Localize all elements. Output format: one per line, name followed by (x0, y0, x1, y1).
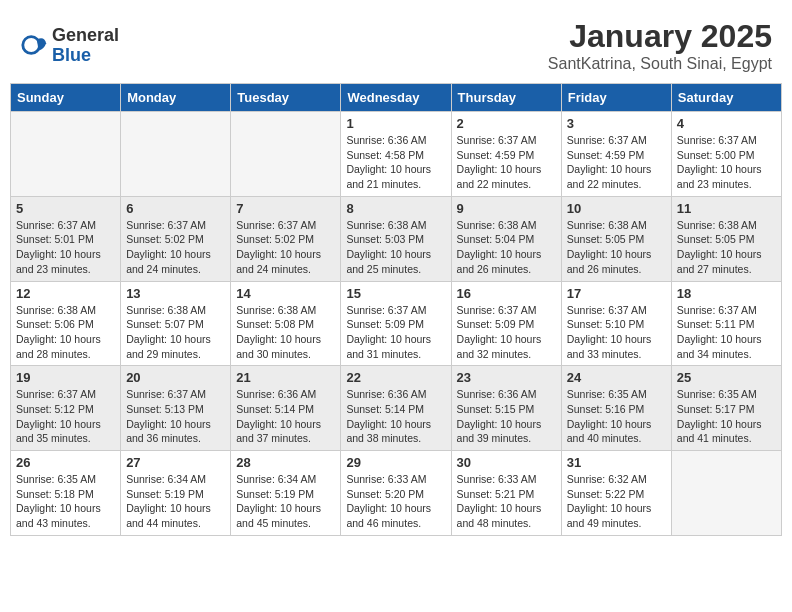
location-title: SantKatrina, South Sinai, Egypt (548, 55, 772, 73)
day-info: Sunrise: 6:33 AMSunset: 5:20 PMDaylight:… (346, 472, 445, 531)
day-info: Sunrise: 6:38 AMSunset: 5:04 PMDaylight:… (457, 218, 556, 277)
calendar-cell: 17Sunrise: 6:37 AMSunset: 5:10 PMDayligh… (561, 281, 671, 366)
day-number: 18 (677, 286, 776, 301)
calendar-cell: 12Sunrise: 6:38 AMSunset: 5:06 PMDayligh… (11, 281, 121, 366)
calendar-cell (231, 112, 341, 197)
day-info: Sunrise: 6:37 AMSunset: 5:13 PMDaylight:… (126, 387, 225, 446)
calendar-cell: 1Sunrise: 6:36 AMSunset: 4:58 PMDaylight… (341, 112, 451, 197)
day-info: Sunrise: 6:37 AMSunset: 5:02 PMDaylight:… (126, 218, 225, 277)
day-info: Sunrise: 6:37 AMSunset: 5:11 PMDaylight:… (677, 303, 776, 362)
day-number: 1 (346, 116, 445, 131)
day-info: Sunrise: 6:37 AMSunset: 5:09 PMDaylight:… (346, 303, 445, 362)
weekday-header-tuesday: Tuesday (231, 84, 341, 112)
day-number: 30 (457, 455, 556, 470)
logo-general-text: General (52, 26, 119, 46)
day-number: 22 (346, 370, 445, 385)
day-info: Sunrise: 6:37 AMSunset: 5:00 PMDaylight:… (677, 133, 776, 192)
day-info: Sunrise: 6:34 AMSunset: 5:19 PMDaylight:… (126, 472, 225, 531)
weekday-header-monday: Monday (121, 84, 231, 112)
calendar-cell: 29Sunrise: 6:33 AMSunset: 5:20 PMDayligh… (341, 451, 451, 536)
calendar-week-row: 12Sunrise: 6:38 AMSunset: 5:06 PMDayligh… (11, 281, 782, 366)
calendar-cell: 6Sunrise: 6:37 AMSunset: 5:02 PMDaylight… (121, 196, 231, 281)
header: General Blue January 2025 SantKatrina, S… (10, 10, 782, 77)
calendar-cell: 2Sunrise: 6:37 AMSunset: 4:59 PMDaylight… (451, 112, 561, 197)
logo: General Blue (20, 26, 119, 66)
day-number: 16 (457, 286, 556, 301)
day-number: 29 (346, 455, 445, 470)
calendar-cell: 23Sunrise: 6:36 AMSunset: 5:15 PMDayligh… (451, 366, 561, 451)
day-number: 12 (16, 286, 115, 301)
day-info: Sunrise: 6:36 AMSunset: 5:15 PMDaylight:… (457, 387, 556, 446)
day-number: 9 (457, 201, 556, 216)
logo-icon (20, 32, 48, 60)
day-number: 23 (457, 370, 556, 385)
day-number: 28 (236, 455, 335, 470)
calendar-cell: 21Sunrise: 6:36 AMSunset: 5:14 PMDayligh… (231, 366, 341, 451)
day-number: 7 (236, 201, 335, 216)
calendar-cell: 19Sunrise: 6:37 AMSunset: 5:12 PMDayligh… (11, 366, 121, 451)
weekday-header-sunday: Sunday (11, 84, 121, 112)
logo-blue-text: Blue (52, 46, 119, 66)
calendar-cell: 16Sunrise: 6:37 AMSunset: 5:09 PMDayligh… (451, 281, 561, 366)
calendar-cell: 31Sunrise: 6:32 AMSunset: 5:22 PMDayligh… (561, 451, 671, 536)
weekday-header-wednesday: Wednesday (341, 84, 451, 112)
calendar-cell: 15Sunrise: 6:37 AMSunset: 5:09 PMDayligh… (341, 281, 451, 366)
weekday-header-thursday: Thursday (451, 84, 561, 112)
title-block: January 2025 SantKatrina, South Sinai, E… (548, 18, 772, 73)
day-number: 4 (677, 116, 776, 131)
calendar-cell: 9Sunrise: 6:38 AMSunset: 5:04 PMDaylight… (451, 196, 561, 281)
day-info: Sunrise: 6:35 AMSunset: 5:18 PMDaylight:… (16, 472, 115, 531)
day-info: Sunrise: 6:38 AMSunset: 5:03 PMDaylight:… (346, 218, 445, 277)
day-number: 15 (346, 286, 445, 301)
day-number: 31 (567, 455, 666, 470)
calendar-cell: 22Sunrise: 6:36 AMSunset: 5:14 PMDayligh… (341, 366, 451, 451)
day-info: Sunrise: 6:37 AMSunset: 4:59 PMDaylight:… (457, 133, 556, 192)
day-number: 26 (16, 455, 115, 470)
day-info: Sunrise: 6:32 AMSunset: 5:22 PMDaylight:… (567, 472, 666, 531)
calendar-cell: 10Sunrise: 6:38 AMSunset: 5:05 PMDayligh… (561, 196, 671, 281)
day-number: 17 (567, 286, 666, 301)
calendar-week-row: 19Sunrise: 6:37 AMSunset: 5:12 PMDayligh… (11, 366, 782, 451)
day-info: Sunrise: 6:33 AMSunset: 5:21 PMDaylight:… (457, 472, 556, 531)
day-info: Sunrise: 6:38 AMSunset: 5:06 PMDaylight:… (16, 303, 115, 362)
day-number: 2 (457, 116, 556, 131)
day-info: Sunrise: 6:37 AMSunset: 5:09 PMDaylight:… (457, 303, 556, 362)
calendar-cell (671, 451, 781, 536)
day-info: Sunrise: 6:37 AMSunset: 5:12 PMDaylight:… (16, 387, 115, 446)
day-info: Sunrise: 6:38 AMSunset: 5:08 PMDaylight:… (236, 303, 335, 362)
calendar-cell: 24Sunrise: 6:35 AMSunset: 5:16 PMDayligh… (561, 366, 671, 451)
day-info: Sunrise: 6:36 AMSunset: 5:14 PMDaylight:… (346, 387, 445, 446)
calendar-week-row: 5Sunrise: 6:37 AMSunset: 5:01 PMDaylight… (11, 196, 782, 281)
day-info: Sunrise: 6:37 AMSunset: 5:02 PMDaylight:… (236, 218, 335, 277)
day-number: 5 (16, 201, 115, 216)
day-number: 6 (126, 201, 225, 216)
day-info: Sunrise: 6:37 AMSunset: 5:10 PMDaylight:… (567, 303, 666, 362)
day-info: Sunrise: 6:36 AMSunset: 5:14 PMDaylight:… (236, 387, 335, 446)
day-info: Sunrise: 6:35 AMSunset: 5:16 PMDaylight:… (567, 387, 666, 446)
calendar-cell: 11Sunrise: 6:38 AMSunset: 5:05 PMDayligh… (671, 196, 781, 281)
day-number: 20 (126, 370, 225, 385)
day-info: Sunrise: 6:36 AMSunset: 4:58 PMDaylight:… (346, 133, 445, 192)
day-number: 14 (236, 286, 335, 301)
month-title: January 2025 (548, 18, 772, 55)
weekday-header-saturday: Saturday (671, 84, 781, 112)
calendar-cell: 28Sunrise: 6:34 AMSunset: 5:19 PMDayligh… (231, 451, 341, 536)
calendar-cell: 27Sunrise: 6:34 AMSunset: 5:19 PMDayligh… (121, 451, 231, 536)
day-number: 13 (126, 286, 225, 301)
day-info: Sunrise: 6:38 AMSunset: 5:05 PMDaylight:… (567, 218, 666, 277)
weekday-header-row: SundayMondayTuesdayWednesdayThursdayFrid… (11, 84, 782, 112)
calendar-cell: 13Sunrise: 6:38 AMSunset: 5:07 PMDayligh… (121, 281, 231, 366)
day-info: Sunrise: 6:38 AMSunset: 5:05 PMDaylight:… (677, 218, 776, 277)
day-info: Sunrise: 6:34 AMSunset: 5:19 PMDaylight:… (236, 472, 335, 531)
day-number: 21 (236, 370, 335, 385)
calendar-cell: 4Sunrise: 6:37 AMSunset: 5:00 PMDaylight… (671, 112, 781, 197)
day-number: 10 (567, 201, 666, 216)
day-number: 25 (677, 370, 776, 385)
day-number: 19 (16, 370, 115, 385)
calendar-cell: 8Sunrise: 6:38 AMSunset: 5:03 PMDaylight… (341, 196, 451, 281)
day-number: 3 (567, 116, 666, 131)
calendar-week-row: 1Sunrise: 6:36 AMSunset: 4:58 PMDaylight… (11, 112, 782, 197)
day-info: Sunrise: 6:35 AMSunset: 5:17 PMDaylight:… (677, 387, 776, 446)
svg-point-0 (23, 36, 40, 53)
day-info: Sunrise: 6:37 AMSunset: 4:59 PMDaylight:… (567, 133, 666, 192)
